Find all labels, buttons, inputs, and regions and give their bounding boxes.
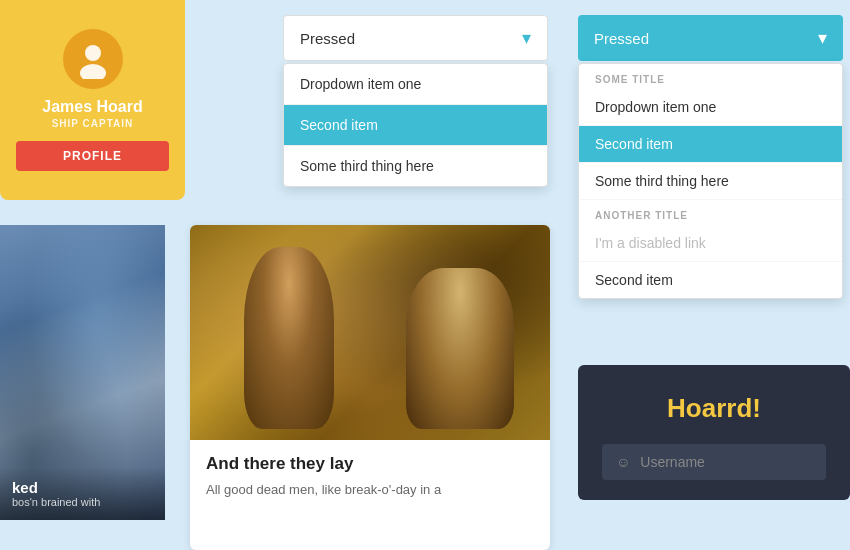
grouped-item-4: I'm a disabled link xyxy=(579,225,842,262)
dropdown-item-3[interactable]: Some third thing here xyxy=(284,146,547,186)
dropdown-item-2[interactable]: Second item xyxy=(284,105,547,146)
dropdown-simple: Pressed ▾ Dropdown item one Second item … xyxy=(283,15,548,187)
login-card: Hoarrd! ☺ xyxy=(578,365,850,500)
card-image xyxy=(190,225,550,440)
grouped-item-3[interactable]: Some third thing here xyxy=(579,163,842,200)
dropdown-grouped-menu: SOME TITLE Dropdown item one Second item… xyxy=(578,63,843,299)
card-title: And there they lay xyxy=(206,454,534,474)
chevron-down-icon-2: ▾ xyxy=(818,27,827,49)
login-title: Hoarrd! xyxy=(602,393,826,424)
profile-card: James Hoard SHIP CAPTAIN PROFILE xyxy=(0,0,185,200)
grouped-item-1[interactable]: Dropdown item one xyxy=(579,89,842,126)
image-card-left: ked bos'n brained with xyxy=(0,225,165,520)
left-card-main-text: ked xyxy=(12,479,153,496)
dropdown-item-1[interactable]: Dropdown item one xyxy=(284,64,547,105)
dropdown-grouped: Pressed ▾ SOME TITLE Dropdown item one S… xyxy=(578,15,843,299)
figure-right xyxy=(406,268,514,429)
dropdown-grouped-trigger[interactable]: Pressed ▾ xyxy=(578,15,843,61)
dropdown-grouped-value: Pressed xyxy=(594,30,649,47)
avatar xyxy=(63,29,123,89)
main-card: And there they lay All good dead men, li… xyxy=(190,225,550,550)
dropdown-simple-value: Pressed xyxy=(300,30,355,47)
card-text: All good dead men, like break-o'-day in … xyxy=(206,480,534,500)
username-input[interactable] xyxy=(640,454,812,470)
avatar-icon xyxy=(73,39,113,79)
figure-left xyxy=(244,247,334,430)
svg-point-1 xyxy=(80,64,106,79)
left-text-overlay: ked bos'n brained with xyxy=(0,467,165,520)
left-card-sub-text: bos'n brained with xyxy=(12,496,153,508)
card-content: And there they lay All good dead men, li… xyxy=(190,440,550,514)
grouped-item-5[interactable]: Second item xyxy=(579,262,842,298)
group-title-1: SOME TITLE xyxy=(579,64,842,89)
username-input-group: ☺ xyxy=(602,444,826,480)
svg-point-0 xyxy=(85,45,101,61)
user-icon: ☺ xyxy=(616,454,630,470)
dropdown-simple-trigger[interactable]: Pressed ▾ xyxy=(283,15,548,61)
profile-button[interactable]: PROFILE xyxy=(16,141,169,171)
left-painting: ked bos'n brained with xyxy=(0,225,165,520)
chevron-down-icon: ▾ xyxy=(522,27,531,49)
grouped-item-2[interactable]: Second item xyxy=(579,126,842,163)
group-title-2: ANOTHER TITLE xyxy=(579,200,842,225)
profile-title: SHIP CAPTAIN xyxy=(52,118,134,129)
profile-name: James Hoard xyxy=(42,97,143,116)
dropdown-simple-menu: Dropdown item one Second item Some third… xyxy=(283,63,548,187)
